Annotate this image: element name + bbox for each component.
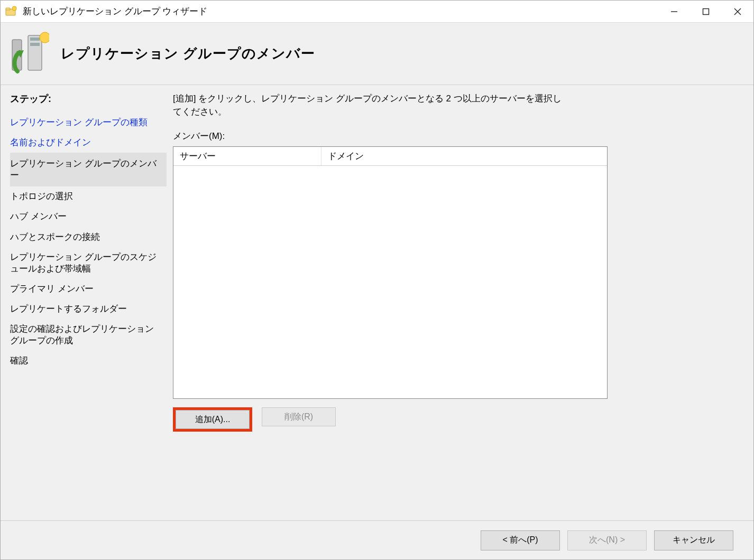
step-6: レプリケーション グループのスケジュールおよび帯域幅 [10, 247, 167, 279]
member-action-row: 追加(A)... 削除(R) [173, 407, 738, 432]
next-button: 次へ(N) > [567, 530, 647, 550]
svg-point-11 [40, 32, 49, 43]
column-header-server[interactable]: サーバー [173, 147, 321, 165]
step-2: レプリケーション グループのメンバー [10, 153, 167, 186]
step-8: レプリケートするフォルダー [10, 299, 167, 319]
wizard-body: ステップ: レプリケーション グループの種類名前およびドメインレプリケーション … [1, 85, 753, 520]
wizard-footer: < 前へ(P) 次へ(N) > キャンセル [1, 520, 753, 559]
steps-sidebar: ステップ: レプリケーション グループの種類名前およびドメインレプリケーション … [1, 85, 169, 520]
svg-rect-4 [703, 8, 709, 14]
step-10: 確認 [10, 351, 167, 371]
wizard-folder-icon [5, 5, 17, 18]
svg-point-2 [12, 6, 16, 11]
svg-rect-10 [30, 43, 40, 46]
members-label: メンバー(M): [173, 130, 738, 142]
main-panel: [追加] をクリックし、レプリケーション グループのメンバーとなる 2 つ以上の… [169, 85, 753, 520]
minimize-button[interactable] [658, 1, 690, 23]
step-7: プライマリ メンバー [10, 279, 167, 299]
replication-servers-icon [7, 30, 49, 78]
svg-rect-1 [6, 8, 10, 10]
add-button[interactable]: 追加(A)... [176, 410, 250, 429]
wizard-header: レプリケーション グループのメンバー [1, 23, 753, 85]
close-button[interactable] [722, 1, 753, 23]
titlebar: 新しいレプリケーション グループ ウィザード [1, 1, 753, 23]
step-3: トポロジの選択 [10, 186, 167, 207]
steps-caption: ステップ: [10, 92, 167, 105]
members-table-header: サーバー ドメイン [173, 147, 607, 166]
cancel-button[interactable]: キャンセル [654, 530, 733, 550]
maximize-button[interactable] [690, 1, 722, 23]
step-9: 設定の確認およびレプリケーション グループの作成 [10, 319, 167, 351]
wizard-window: 新しいレプリケーション グループ ウィザード レプリケーション グループのメンバ… [0, 0, 754, 560]
back-button[interactable]: < 前へ(P) [481, 530, 560, 550]
svg-rect-9 [30, 38, 40, 41]
add-button-highlight: 追加(A)... [173, 407, 252, 432]
step-0[interactable]: レプリケーション グループの種類 [10, 113, 167, 133]
column-header-domain[interactable]: ドメイン [321, 147, 607, 165]
step-1[interactable]: 名前およびドメイン [10, 133, 167, 153]
step-5: ハブとスポークの接続 [10, 227, 167, 247]
instruction-text: [追加] をクリックし、レプリケーション グループのメンバーとなる 2 つ以上の… [173, 92, 564, 118]
members-table[interactable]: サーバー ドメイン [173, 146, 608, 399]
window-title: 新しいレプリケーション グループ ウィザード [23, 5, 207, 17]
remove-button: 削除(R) [262, 407, 336, 426]
step-4: ハブ メンバー [10, 207, 167, 227]
page-title: レプリケーション グループのメンバー [61, 44, 315, 63]
